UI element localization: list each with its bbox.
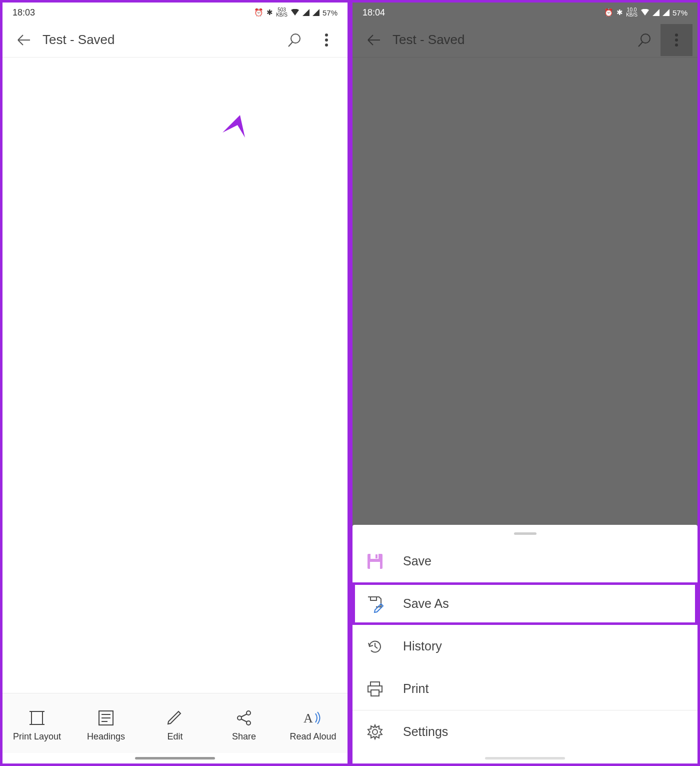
sheet-handle[interactable] — [514, 532, 536, 535]
home-indicator[interactable] — [135, 757, 215, 759]
print-icon — [365, 679, 385, 699]
share-button[interactable]: Share — [210, 709, 278, 742]
wifi-icon — [640, 9, 650, 16]
arrow-left-icon — [16, 34, 31, 46]
status-icons: ⏰ ✱ 503KB/S 57% — [254, 8, 338, 18]
share-label: Share — [232, 731, 256, 742]
status-time: 18:03 — [12, 8, 35, 18]
bottom-toolbar: Print Layout Headings Edit Share A Read … — [2, 693, 348, 753]
read-aloud-label: Read Aloud — [290, 731, 336, 742]
status-time: 18:04 — [362, 8, 385, 18]
search-button[interactable] — [278, 24, 310, 56]
svg-point-4 — [325, 44, 328, 47]
save-as-icon — [365, 594, 385, 614]
menu-settings-label: Settings — [403, 724, 448, 739]
menu-settings[interactable]: Settings — [352, 710, 698, 753]
document-content[interactable] — [2, 58, 348, 693]
battery-text: 57% — [672, 9, 688, 17]
svg-rect-28 — [370, 562, 380, 569]
bottom-sheet-overlay[interactable]: Save Save As History — [352, 58, 698, 763]
svg-line-21 — [638, 42, 642, 47]
svg-rect-30 — [370, 682, 380, 686]
save-icon — [365, 551, 385, 571]
document-title: Test - Saved — [40, 32, 278, 48]
more-button[interactable] — [660, 24, 692, 56]
more-vertical-icon — [324, 33, 328, 47]
menu-history[interactable]: History — [352, 625, 698, 667]
menu-print-label: Print — [403, 681, 428, 696]
signal-1-icon — [652, 9, 660, 16]
svg-line-18 — [241, 719, 247, 722]
signal-1-icon — [302, 9, 310, 16]
left-screenshot: 18:03 ⏰ ✱ 503KB/S 57% Test - Saved — [0, 0, 350, 766]
print-layout-icon — [28, 709, 46, 726]
print-layout-label: Print Layout — [13, 731, 61, 742]
signal-2-icon — [662, 9, 670, 16]
search-button[interactable] — [628, 24, 660, 56]
history-icon — [365, 636, 385, 656]
more-vertical-icon — [674, 33, 678, 47]
bluetooth-icon: ✱ — [266, 8, 273, 17]
svg-rect-27 — [376, 554, 378, 558]
svg-text:A: A — [304, 711, 313, 725]
more-button[interactable] — [310, 24, 342, 56]
svg-point-2 — [325, 34, 328, 37]
read-aloud-button[interactable]: A Read Aloud — [278, 709, 348, 742]
share-icon — [236, 709, 252, 726]
search-icon — [287, 33, 302, 48]
menu-save-as-label: Save As — [403, 596, 449, 611]
home-indicator[interactable] — [485, 757, 565, 759]
menu-save-as[interactable]: Save As — [352, 582, 698, 625]
pencil-icon — [166, 709, 184, 726]
svg-rect-32 — [371, 690, 379, 696]
document-content-dimmed: Save Save As History — [352, 58, 698, 763]
svg-line-1 — [288, 42, 292, 47]
status-bar: 18:03 ⏰ ✱ 503KB/S 57% — [2, 3, 348, 23]
wifi-icon — [290, 9, 300, 16]
print-layout-button[interactable]: Print Layout — [2, 709, 72, 742]
svg-rect-29 — [370, 597, 376, 600]
back-button[interactable] — [358, 24, 390, 56]
arrow-left-icon — [366, 34, 381, 46]
menu-save-label: Save — [403, 554, 432, 568]
status-bar: 18:04 ⏰ ✱ 10.0KB/S 57% — [352, 3, 698, 23]
svg-line-17 — [241, 714, 247, 717]
status-icons: ⏰ ✱ 10.0KB/S 57% — [604, 8, 688, 18]
menu-history-label: History — [403, 639, 442, 653]
gear-icon — [365, 722, 385, 742]
svg-point-23 — [675, 39, 678, 42]
menu-print[interactable]: Print — [352, 667, 698, 710]
svg-point-33 — [372, 729, 378, 734]
back-button[interactable] — [8, 24, 40, 56]
svg-point-20 — [641, 34, 650, 43]
search-icon — [637, 33, 652, 48]
edit-label: Edit — [167, 731, 182, 742]
svg-point-0 — [291, 34, 300, 43]
edit-button[interactable]: Edit — [140, 709, 210, 742]
bluetooth-icon: ✱ — [616, 8, 623, 17]
menu-save[interactable]: Save — [352, 540, 698, 582]
right-screenshot: 18:04 ⏰ ✱ 10.0KB/S 57% Test - Saved — [350, 0, 700, 766]
bottom-sheet: Save Save As History — [352, 525, 698, 763]
svg-rect-5 — [32, 711, 42, 724]
signal-2-icon — [312, 9, 320, 16]
toolbar: Test - Saved — [2, 23, 348, 58]
toolbar: Test - Saved — [352, 23, 698, 58]
svg-point-22 — [675, 34, 678, 37]
svg-point-3 — [325, 39, 328, 42]
alarm-icon: ⏰ — [254, 8, 264, 17]
svg-point-24 — [675, 44, 678, 47]
headings-button[interactable]: Headings — [72, 709, 140, 742]
headings-icon — [98, 709, 114, 726]
document-title: Test - Saved — [390, 32, 628, 48]
alarm-icon: ⏰ — [604, 8, 614, 17]
battery-text: 57% — [322, 9, 338, 17]
read-aloud-icon: A — [304, 709, 322, 726]
annotation-arrow — [188, 113, 258, 193]
net-unit: KB/S — [626, 12, 638, 18]
headings-label: Headings — [87, 731, 125, 742]
net-unit: KB/S — [276, 12, 288, 18]
